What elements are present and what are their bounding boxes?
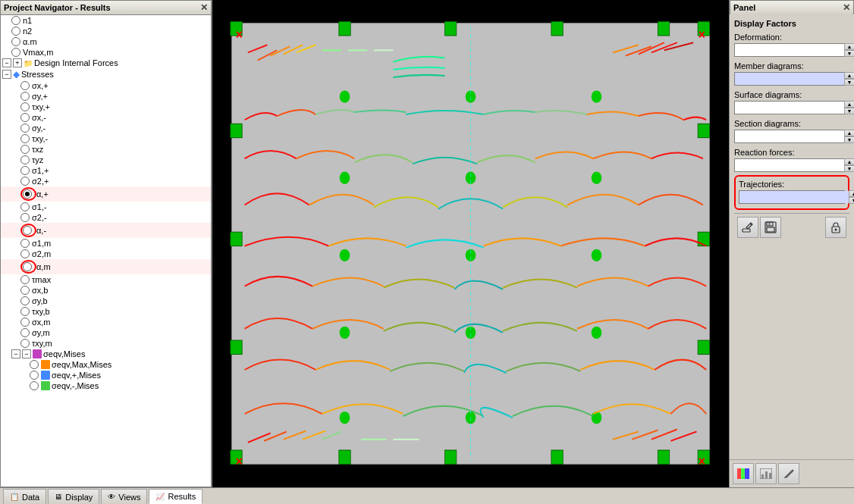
radio-sigma1_m[interactable] xyxy=(20,239,30,248)
chart-button[interactable] xyxy=(755,463,777,484)
tree-item-sigma2_minus_a[interactable]: σ2,- xyxy=(1,212,211,223)
radio-vmax_m[interactable] xyxy=(11,48,20,57)
section-diagrams-down[interactable]: ▼ xyxy=(844,136,854,143)
radio-tau_xy_minus[interactable] xyxy=(20,134,30,143)
radio-alpha_m_top[interactable] xyxy=(11,37,20,46)
radio-n2[interactable] xyxy=(11,27,20,36)
tree-item-sigma_eqv_mises[interactable]: −−σeqv,Mises xyxy=(1,349,211,359)
tree-item-sigma2_m[interactable]: σ2,m xyxy=(1,249,211,259)
radio-sigma_eqv_max[interactable] xyxy=(30,360,39,369)
radio-n1[interactable] xyxy=(11,16,20,25)
radio-tau_xym[interactable] xyxy=(20,339,30,348)
radio-tau_xyb[interactable] xyxy=(20,307,30,316)
tree-item-sigma_x_plus[interactable]: σx,+ xyxy=(1,80,211,91)
tab-results[interactable]: 📈 Results xyxy=(149,489,203,504)
surface-diagrams-spinner[interactable]: ▲ ▼ xyxy=(734,101,849,114)
tree-item-sigma_y_minus[interactable]: σy,- xyxy=(1,123,211,133)
section-diagrams-up[interactable]: ▲ xyxy=(844,130,854,136)
tree-item-tau_xy_plus[interactable]: τxy,+ xyxy=(1,102,211,112)
tree-item-sigma_xb[interactable]: σx,b xyxy=(1,285,211,296)
circled-radio-alpha_m[interactable] xyxy=(20,260,36,274)
radio-alpha_m[interactable] xyxy=(23,262,32,271)
trajectories-up[interactable]: ▲ xyxy=(849,190,854,197)
radio-tau_xz[interactable] xyxy=(20,145,30,154)
trajectories-input[interactable]: 4 xyxy=(739,191,849,203)
expander-sigma_eqv_mises[interactable]: − xyxy=(11,349,20,358)
radio-tau_yz[interactable] xyxy=(20,155,30,164)
tree-item-n1[interactable]: n1 xyxy=(1,15,211,26)
expander2-sigma_eqv_mises[interactable]: − xyxy=(22,349,31,358)
radio-sigma_xm[interactable] xyxy=(20,318,30,327)
deformation-spinner[interactable]: ▲ ▼ xyxy=(734,43,849,57)
tree-item-sigma_yb[interactable]: σy,b xyxy=(1,296,211,306)
radio-sigma_y_plus[interactable] xyxy=(20,92,30,101)
tree-item-sigma1_plus[interactable]: σ1,+ xyxy=(1,165,211,176)
tree-item-stresses[interactable]: −◆Stresses xyxy=(1,68,211,80)
tree-item-n2[interactable]: n2 xyxy=(1,26,211,36)
radio-sigma_yb[interactable] xyxy=(20,296,30,305)
radio-sigma_y_minus[interactable] xyxy=(20,124,30,133)
lock-button[interactable] xyxy=(825,217,846,238)
surface-diagrams-up[interactable]: ▲ xyxy=(844,101,854,108)
right-panel-close[interactable]: ✕ xyxy=(843,2,850,13)
tree-item-alpha_m_top[interactable]: α.m xyxy=(1,36,211,47)
tree-container[interactable]: n1n2α.mVmax,m−+📁Design Internal Forces−◆… xyxy=(0,14,212,487)
tree-item-tau_xyb[interactable]: τxy,b xyxy=(1,306,211,317)
tree-item-tau_yz[interactable]: τyz xyxy=(1,155,211,165)
radio-sigma_x_plus[interactable] xyxy=(20,81,30,90)
tree-item-tau_xy_minus[interactable]: τxy,- xyxy=(1,133,211,144)
left-panel-close[interactable]: ✕ xyxy=(200,2,208,13)
tab-views[interactable]: 👁 Views xyxy=(101,489,147,504)
expander-stresses[interactable]: − xyxy=(2,70,11,79)
pen-button[interactable] xyxy=(778,463,799,484)
edit-button[interactable] xyxy=(737,217,758,238)
tree-item-tau_max[interactable]: τmax xyxy=(1,274,211,285)
radio-sigma_ym[interactable] xyxy=(20,328,30,337)
member-diagrams-input[interactable] xyxy=(735,73,844,85)
tree-item-alpha_minus[interactable]: α,- xyxy=(1,223,211,238)
save-button[interactable] xyxy=(760,217,781,238)
tab-display[interactable]: 🖥 Display xyxy=(48,489,99,504)
expander-design_internal[interactable]: − xyxy=(2,58,11,67)
radio-alpha_minus[interactable] xyxy=(23,226,32,235)
tree-item-sigma_eqv_plus[interactable]: σeqv,+,Mises xyxy=(1,370,211,380)
radio-sigma_xb[interactable] xyxy=(20,286,30,295)
tree-item-sigma2_plus[interactable]: σ2,+ xyxy=(1,176,211,186)
tree-item-vmax_m[interactable]: Vmax,m xyxy=(1,47,211,58)
tree-item-sigma1_minus[interactable]: σ1,- xyxy=(1,202,211,212)
radio-sigma1_minus[interactable] xyxy=(20,202,30,211)
tree-item-sigma_x_minus[interactable]: σx,- xyxy=(1,112,211,123)
member-diagrams-spinner[interactable]: ▲ ▼ xyxy=(734,72,849,86)
surface-diagrams-input[interactable] xyxy=(735,102,844,114)
tree-item-sigma_eqv_minus[interactable]: σeqv,-,Mises xyxy=(1,380,211,391)
tree-item-alpha_m[interactable]: α,m xyxy=(1,259,211,274)
deformation-input[interactable] xyxy=(735,44,844,56)
radio-alpha_plus[interactable] xyxy=(23,189,32,199)
radio-sigma1_plus[interactable] xyxy=(20,166,30,175)
tree-item-alpha_plus[interactable]: α,+ xyxy=(1,186,211,202)
trajectories-down[interactable]: ▼ xyxy=(849,197,854,204)
tree-item-sigma_y_plus[interactable]: σy,+ xyxy=(1,91,211,102)
radio-sigma2_plus[interactable] xyxy=(20,177,30,186)
radio-tau_xy_plus[interactable] xyxy=(20,102,30,111)
radio-tau_max[interactable] xyxy=(20,275,30,284)
tree-item-sigma_eqv_max[interactable]: σeqv,Max,Mises xyxy=(1,359,211,370)
tree-item-sigma1_m[interactable]: σ1,m xyxy=(1,238,211,249)
reaction-forces-down[interactable]: ▼ xyxy=(844,165,854,172)
tree-item-tau_xym[interactable]: τxy,m xyxy=(1,338,211,349)
trajectories-spinner[interactable]: 4 ▲ ▼ xyxy=(739,190,845,204)
tree-item-design_internal[interactable]: −+📁Design Internal Forces xyxy=(1,58,211,68)
deformation-up[interactable]: ▲ xyxy=(844,43,854,50)
member-diagrams-up[interactable]: ▲ xyxy=(844,72,854,79)
tab-data[interactable]: 📋 Data xyxy=(3,489,46,504)
section-diagrams-spinner[interactable]: ▲ ▼ xyxy=(734,130,849,143)
circled-radio-alpha_minus[interactable] xyxy=(20,224,36,237)
tree-item-sigma_ym[interactable]: σy,m xyxy=(1,327,211,338)
member-diagrams-down[interactable]: ▼ xyxy=(844,79,854,86)
deformation-down[interactable]: ▼ xyxy=(844,50,854,57)
surface-diagrams-down[interactable]: ▼ xyxy=(844,108,854,114)
color-palette-button[interactable] xyxy=(733,463,754,484)
expander2-design_internal[interactable]: + xyxy=(13,58,22,67)
tree-item-sigma_xm[interactable]: σx,m xyxy=(1,317,211,327)
reaction-forces-up[interactable]: ▲ xyxy=(844,158,854,165)
